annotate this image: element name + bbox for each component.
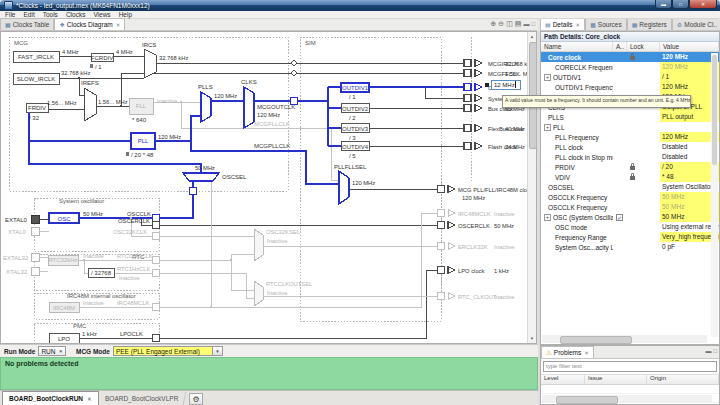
- mcg-mode-dropdown-button[interactable]: ▼: [213, 346, 223, 356]
- pin-xtal32[interactable]: [31, 267, 39, 275]
- col-origin[interactable]: Origin: [647, 375, 719, 384]
- col-level[interactable]: Level: [541, 375, 585, 384]
- tab-board-bootclockrun[interactable]: BOARD_BootClockRUN ✕: [2, 391, 99, 405]
- minimize-pane-icon[interactable]: ▬: [523, 21, 529, 27]
- details-row[interactable]: OSCSELSystem Oscillator: [541, 182, 719, 192]
- wire-freq: 32.768 kHz: [61, 70, 90, 76]
- minimize-button[interactable]: ▬: [655, 0, 672, 9]
- menu-clocks[interactable]: Clocks: [66, 11, 86, 18]
- details-row[interactable]: VDIV* 48: [541, 172, 719, 182]
- tab-module-clocks[interactable]: ⚙ Module Cl..: [672, 19, 720, 30]
- checkbox[interactable]: ✓: [616, 214, 623, 221]
- tab-clocks-diagram[interactable]: ❖ Clocks Diagram ✕: [54, 18, 125, 30]
- out-rtc-clkout: RTC_CLKOUT: [458, 294, 497, 300]
- fit-view-icon[interactable]: ◫: [506, 20, 513, 28]
- menu-tools[interactable]: Tools: [43, 11, 58, 18]
- details-row[interactable]: PRDIV/ 20: [541, 162, 719, 172]
- details-row[interactable]: CORECLK Frequency120 MHz: [541, 62, 719, 72]
- expander-icon[interactable]: +: [544, 214, 551, 221]
- col-value[interactable]: Value: [660, 42, 719, 51]
- tab-problems[interactable]: ⚠ Problems ✕: [541, 346, 594, 358]
- pin-xtal0[interactable]: [31, 227, 39, 235]
- run-mode-select[interactable]: RUN▼: [38, 346, 66, 356]
- tab-board-bootclockvlpr[interactable]: BOARD_BootClockVLPR: [97, 392, 186, 405]
- mux-ircs[interactable]: [144, 49, 156, 78]
- zoom-in-icon[interactable]: ⊕: [490, 20, 496, 28]
- tab-clocks-table[interactable]: ▦ Clocks Table: [0, 18, 54, 30]
- core-clock-input[interactable]: 12 MHz: [491, 80, 521, 90]
- tab-details[interactable]: ▤ Details ✕: [540, 19, 585, 30]
- fast-irclk-label: FAST_IRCLK: [18, 54, 54, 60]
- expander-icon[interactable]: +: [544, 124, 551, 131]
- details-row[interactable]: OSCCLK Frequency50 MHz: [541, 202, 719, 212]
- expander-icon[interactable]: +: [544, 74, 551, 81]
- out-rtc-clkout-status: Inactive: [494, 294, 515, 300]
- col-a[interactable]: A..: [613, 42, 627, 51]
- menu-file[interactable]: File: [5, 11, 15, 18]
- details-row[interactable]: Frequency RangeVery_high freque... rang: [541, 232, 719, 242]
- mcg-mode-label: MCG Mode: [76, 348, 110, 355]
- details-row[interactable]: PLLSPLL output: [541, 112, 719, 122]
- details-row[interactable]: +OUTDIV1/ 1: [541, 72, 719, 82]
- maximize-pane-icon[interactable]: □: [713, 348, 717, 354]
- lock-icon: [630, 176, 635, 180]
- tab-registers[interactable]: ▦ Registers: [627, 19, 672, 30]
- menu-edit[interactable]: Edit: [23, 11, 34, 18]
- close-tab-icon[interactable]: ✕: [87, 396, 92, 402]
- outdiv3-div: / 3: [349, 135, 356, 141]
- zoom-out-icon[interactable]: ⊖: [498, 20, 504, 28]
- maximize-pane-icon[interactable]: □: [531, 21, 535, 27]
- pin-extal32[interactable]: [31, 253, 39, 261]
- close-tab-icon[interactable]: ✕: [584, 350, 589, 356]
- tab-sources[interactable]: ▩ Sources: [585, 19, 627, 30]
- col-lock[interactable]: Lock: [627, 42, 660, 51]
- problems-filter-input[interactable]: type filter text: [543, 361, 717, 372]
- warning-icon: ⚠: [546, 349, 552, 357]
- col-name[interactable]: Name: [541, 42, 613, 51]
- maximize-button[interactable]: □: [672, 0, 689, 9]
- details-vscrollbar[interactable]: [711, 53, 718, 337]
- scroll-down-icon[interactable]: ▼: [528, 334, 536, 343]
- mux-plls[interactable]: [201, 92, 211, 122]
- lock-icon: [630, 56, 635, 60]
- irc48m-label: IRC48M: [53, 305, 75, 311]
- minimize-pane-icon[interactable]: ▬: [705, 348, 711, 354]
- details-row[interactable]: PLL Frequency120 MHz: [541, 132, 719, 142]
- details-row[interactable]: PLL clockDisabled: [541, 142, 719, 152]
- details-row[interactable]: Core clock120 MHz: [541, 52, 719, 62]
- details-row[interactable]: System Osc...acity Load0 pF: [541, 242, 719, 252]
- outdiv4-label: OUTDIV4: [342, 144, 369, 150]
- out-oscerclk: OSCERCLK: [458, 223, 490, 229]
- details-hscrollbar[interactable]: [542, 335, 707, 343]
- diagram-vscrollbar[interactable]: ▲ ▼: [527, 32, 536, 343]
- mux-oscsel[interactable]: [183, 173, 219, 181]
- mcgpllclk-label: MCGPLLCLK: [254, 143, 290, 149]
- details-row[interactable]: +OSC (System Oscillator)✓50 MHz: [541, 212, 719, 222]
- close-tab-icon[interactable]: ✕: [116, 22, 121, 28]
- scroll-up-icon[interactable]: ▲: [528, 32, 536, 41]
- menu-help[interactable]: Help: [119, 11, 132, 18]
- details-row[interactable]: PLL clock in Stop modeDisabled: [541, 152, 719, 162]
- mux-irefs[interactable]: [84, 88, 96, 121]
- diagram-icon: ❖: [59, 21, 64, 28]
- mux-clks[interactable]: [244, 87, 254, 128]
- close-button[interactable]: ✕: [689, 0, 717, 9]
- close-tab-icon[interactable]: ✕: [576, 22, 581, 28]
- details-row[interactable]: +PLL: [541, 122, 719, 132]
- details-row[interactable]: OUTDIV1 Frequency120 MHz: [541, 82, 719, 92]
- col-issue[interactable]: Issue: [585, 375, 647, 384]
- irefs-label: IREFS: [81, 80, 99, 86]
- problems-empty-row: [541, 385, 719, 394]
- pin-extal0[interactable]: [31, 215, 39, 223]
- mcg-mode-select[interactable]: PEE (PLL Engaged External): [113, 346, 213, 356]
- lpo-label: LPO: [58, 336, 70, 342]
- gear-icon[interactable]: ⚙: [189, 393, 203, 405]
- menu-views[interactable]: Views: [93, 11, 110, 18]
- details-row[interactable]: OSCCLK Frequency50 MHz: [541, 192, 719, 202]
- mux-pllfllsel[interactable]: [339, 171, 349, 204]
- export-diagram-icon[interactable]: ▤: [515, 20, 522, 28]
- problems-hscrollbar[interactable]: [542, 395, 712, 403]
- mux-osc32ksel[interactable]: [254, 229, 263, 261]
- mux-rtcclkoutsel[interactable]: [254, 281, 263, 306]
- details-row[interactable]: OSC modeUsing external reference: [541, 222, 719, 232]
